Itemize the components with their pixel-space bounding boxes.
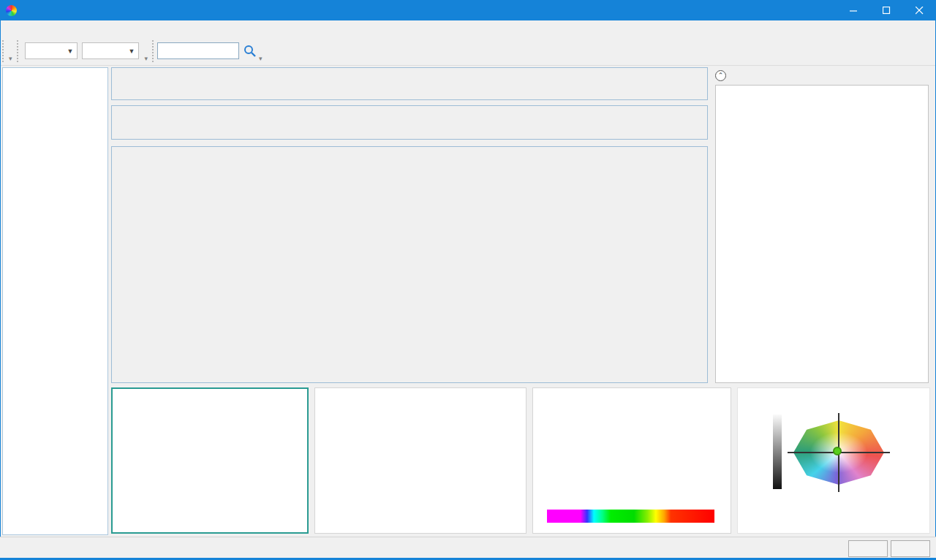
search-input[interactable] xyxy=(157,42,239,59)
sample-point-marker xyxy=(833,447,842,455)
color-diff-card xyxy=(715,85,929,383)
charts-row xyxy=(111,387,930,534)
chart-de-panel xyxy=(314,387,526,534)
illuminant-select[interactable]: ▼ xyxy=(82,42,139,59)
auto-button[interactable] xyxy=(848,540,888,557)
sample-table-panel xyxy=(111,146,708,383)
app-icon xyxy=(6,5,17,16)
lightness-scale-bar xyxy=(773,415,782,489)
minimize-button[interactable] xyxy=(837,0,870,20)
standard-table-panel xyxy=(111,105,708,140)
toolbar-overflow-icon[interactable]: ▾ xyxy=(145,55,148,62)
toolbar-grip[interactable] xyxy=(152,40,156,62)
search-icon[interactable] xyxy=(243,44,257,58)
chart-spectral-panel xyxy=(532,387,731,534)
title-bar xyxy=(0,0,936,20)
chart-lab-panel xyxy=(737,387,930,534)
sci-select[interactable]: ▼ xyxy=(25,42,78,59)
chevron-down-icon: ▼ xyxy=(129,48,135,55)
application-window: ▾ ▼ ▼ ▾ ▾ ⌃ xyxy=(0,0,936,560)
maximize-button[interactable] xyxy=(870,0,903,20)
color-diff-header: ⌃ xyxy=(712,67,932,83)
toolbar: ▾ ▼ ▼ ▾ ▾ xyxy=(1,37,935,66)
chart-scatter-panel xyxy=(111,387,309,534)
chevron-down-icon: ▼ xyxy=(67,48,74,55)
toolbar-overflow-icon[interactable]: ▾ xyxy=(259,55,263,62)
status-blank-button[interactable] xyxy=(891,540,930,557)
close-button[interactable] xyxy=(903,0,936,20)
menu-bar xyxy=(1,20,935,37)
collapse-icon[interactable]: ⌃ xyxy=(715,70,726,81)
spectrum-color-bar xyxy=(547,510,714,523)
sample-tree xyxy=(2,67,108,535)
status-bar xyxy=(0,537,936,560)
toolbar-grip[interactable] xyxy=(17,40,20,62)
toolbar-grip[interactable] xyxy=(2,40,6,62)
toolbar-overflow-icon[interactable]: ▾ xyxy=(9,55,12,62)
tolerance-table-panel xyxy=(111,67,708,100)
